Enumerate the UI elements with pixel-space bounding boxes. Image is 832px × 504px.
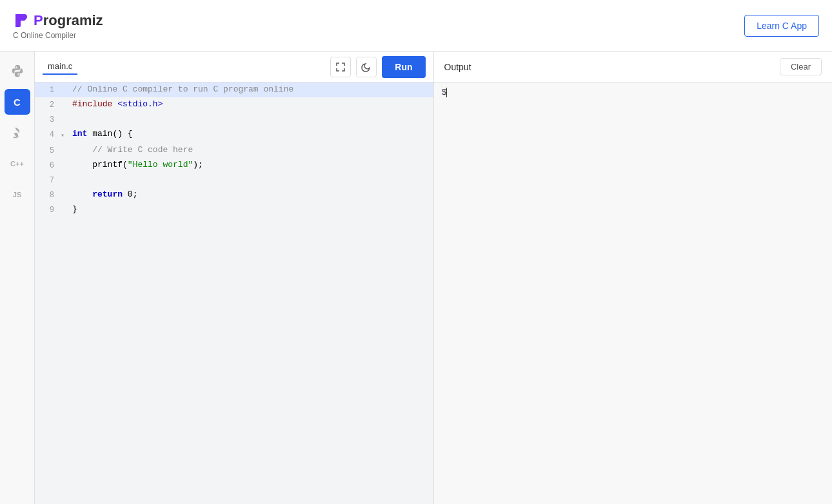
code-line-9: 9 } [35,202,433,217]
theme-btn[interactable] [356,57,377,77]
line-number-9: 9 [35,202,61,217]
line-content-2: #include <stdio.h> [70,97,433,112]
fullscreen-btn[interactable] [330,57,351,77]
fullscreen-icon [335,62,346,72]
output-title: Output [444,62,471,72]
cpp-label: C++ [10,160,24,168]
code-line-4: 4 ▾ int main() { [35,127,433,143]
line-content-6: printf("Hello world"); [70,158,433,173]
output-toolbar: Output Clear [434,52,833,82]
output-content: $ [434,82,833,504]
header: Programiz C Online Compiler Learn C App [0,0,832,52]
sidebar-item-js[interactable]: JS [5,182,30,208]
fold-7 [61,173,70,188]
code-line-7: 7 [35,173,433,188]
main-layout: C C++ JS main.c [0,52,832,504]
line-content-5: // Write C code here [70,143,433,158]
subtitle: C Online Compiler [13,31,103,40]
sidebar-item-c[interactable]: C [5,89,30,115]
code-line-6: 6 printf("Hello world"); [35,158,433,173]
fold-5 [61,143,70,158]
sidebar-item-java[interactable] [5,120,30,146]
fold-1 [61,82,70,97]
line-number-5: 5 [35,143,61,158]
line-content-8: return 0; [70,188,433,202]
fold-2 [61,97,70,112]
logo: Programiz [13,12,103,30]
line-content-4: int main() { [70,127,433,143]
logo-area: Programiz C Online Compiler [13,12,103,40]
java-icon [10,126,25,140]
sidebar-item-cpp[interactable]: C++ [5,151,30,177]
code-editor[interactable]: 1 // Online C compiler to run C program … [35,82,433,504]
fold-3 [61,112,70,127]
code-line-2: 2 #include <stdio.h> [35,97,433,112]
code-line-5: 5 // Write C code here [35,143,433,158]
run-button[interactable]: Run [382,56,425,78]
file-tab[interactable]: main.c [43,59,77,75]
line-number-4: 4 [35,127,61,143]
moon-icon [361,62,371,72]
line-number-1: 1 [35,82,61,97]
sidebar-item-python[interactable] [5,58,30,84]
code-line-1: 1 // Online C compiler to run C program … [35,82,433,97]
line-content-7 [70,173,433,188]
js-label: JS [13,191,21,199]
logo-text: Programiz [34,12,103,29]
svg-rect-3 [15,14,18,27]
editor-toolbar: main.c Run [35,52,433,82]
editor-area: main.c Run 1 // Online C com [35,52,434,504]
fold-6 [61,158,70,173]
line-number-8: 8 [35,188,61,202]
fold-4[interactable]: ▾ [61,127,70,143]
code-line-3: 3 [35,112,433,127]
line-content-9: } [70,202,433,217]
python-icon [10,64,25,78]
programiz-logo-icon [13,12,31,30]
output-area: Output Clear $ [434,52,833,504]
sidebar: C C++ JS [0,52,35,504]
code-lines: 1 // Online C compiler to run C program … [35,82,433,217]
cursor [446,88,452,97]
line-content-3 [70,112,433,127]
clear-button[interactable]: Clear [780,58,822,75]
line-number-3: 3 [35,112,61,127]
c-label: C [14,97,21,108]
line-number-7: 7 [35,173,61,188]
fold-9 [61,202,70,217]
code-line-8: 8 return 0; [35,188,433,202]
learn-btn[interactable]: Learn C App [744,15,819,37]
line-number-2: 2 [35,97,61,112]
line-content-1: // Online C compiler to run C program on… [70,82,433,97]
line-number-6: 6 [35,158,61,173]
fold-8 [61,188,70,202]
